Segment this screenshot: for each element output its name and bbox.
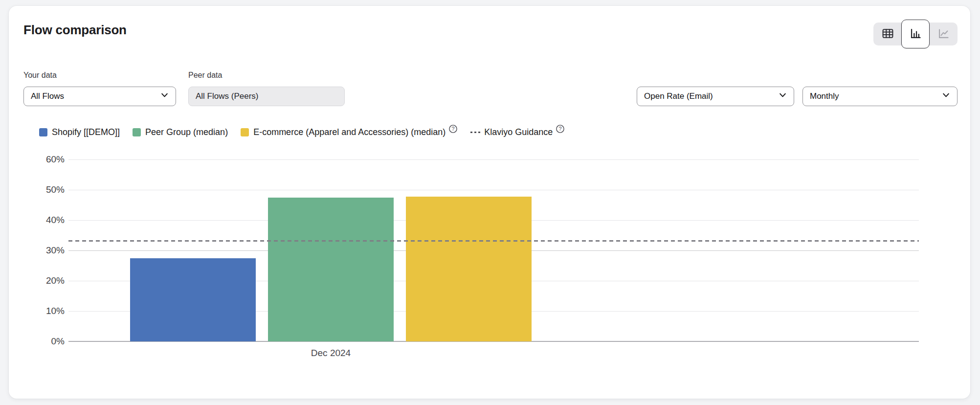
legend-label: Klaviyo Guidance: [484, 127, 553, 137]
chevron-down-icon: [942, 91, 950, 102]
your-data-value: All Flows: [31, 91, 64, 101]
help-icon[interactable]: ?: [448, 124, 458, 134]
table-view-button[interactable]: [874, 22, 901, 45]
gridline-50%: [68, 190, 919, 190]
card-header: Flow comparison: [23, 22, 958, 45]
bar-2[interactable]: [268, 198, 394, 341]
legend-item-4[interactable]: Klaviyo Guidance?: [470, 127, 565, 137]
peer-data-field: Peer data All Flows (Peers): [188, 70, 345, 106]
chevron-down-icon: [779, 91, 787, 102]
legend-swatch-icon: [241, 128, 249, 136]
peer-data-select: All Flows (Peers): [188, 87, 345, 106]
line-chart-view-button[interactable]: [930, 22, 957, 45]
your-data-field: Your data All Flows: [23, 70, 176, 106]
bar-3[interactable]: [406, 197, 532, 341]
chart-legend: Shopify [[DEMO]]Peer Group (median)E-com…: [39, 126, 958, 138]
y-tick-label: 30%: [23, 245, 65, 256]
klaviyo-guidance-line: [68, 240, 919, 242]
y-tick-label: 50%: [23, 184, 65, 196]
legend-item-2[interactable]: Peer Group (median): [133, 127, 228, 137]
y-tick-label: 40%: [23, 214, 65, 226]
metric-select[interactable]: Open Rate (Email): [637, 87, 794, 106]
table-icon: [881, 27, 894, 42]
legend-swatch-icon: [133, 128, 141, 136]
interval-value: Monthly: [810, 91, 839, 101]
y-tick-label: 0%: [23, 336, 65, 347]
dashed-line-icon: [470, 132, 480, 133]
y-tick-label: 20%: [23, 275, 65, 287]
legend-item-3[interactable]: E-commerce (Apparel and Accessories) (me…: [241, 127, 458, 137]
bar-chart-icon: [909, 27, 922, 42]
y-tick-label: 10%: [23, 305, 65, 317]
bar-chart-view-button[interactable]: [901, 20, 930, 48]
gridline-60%: [68, 159, 919, 160]
legend-item-1[interactable]: Shopify [[DEMO]]: [39, 127, 120, 137]
interval-select[interactable]: Monthly: [802, 87, 958, 106]
filter-bar: Your data All Flows Peer data All Flows …: [23, 70, 958, 106]
y-tick-label: 60%: [23, 154, 65, 165]
legend-label: E-commerce (Apparel and Accessories) (me…: [253, 127, 445, 137]
your-data-select[interactable]: All Flows: [23, 87, 176, 106]
svg-text:?: ?: [559, 126, 562, 132]
legend-label: Peer Group (median): [145, 127, 228, 137]
legend-label: Shopify [[DEMO]]: [52, 127, 120, 137]
metric-value: Open Rate (Email): [644, 91, 713, 101]
bar-chart: 0%10%20%30%40%50%60%Dec 2024: [23, 152, 958, 367]
help-icon[interactable]: ?: [556, 124, 565, 134]
svg-text:?: ?: [452, 126, 455, 132]
chevron-down-icon: [160, 91, 169, 102]
view-toggle: [873, 22, 958, 45]
x-axis-label: Dec 2024: [311, 348, 351, 359]
line-chart-icon: [937, 27, 950, 42]
page-title: Flow comparison: [23, 22, 127, 37]
flow-comparison-card: Flow comparison: [9, 6, 970, 399]
legend-swatch-icon: [39, 128, 47, 136]
bar-1[interactable]: [130, 258, 256, 342]
peer-data-label: Peer data: [188, 70, 345, 81]
peer-data-value: All Flows (Peers): [196, 91, 258, 101]
your-data-label: Your data: [23, 70, 176, 81]
